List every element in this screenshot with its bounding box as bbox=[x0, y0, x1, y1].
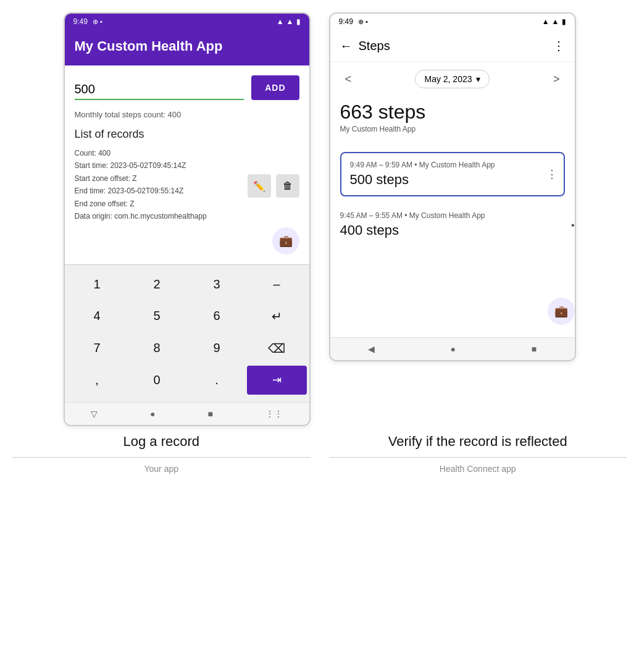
date-text: May 2, 2023 bbox=[424, 74, 472, 84]
hc-record-2[interactable]: 9:45 AM – 9:55 AM • My Custom Health App… bbox=[340, 204, 565, 246]
phone1-statusbar: 9:49 ⊕ • ▲ ▲ ▮ bbox=[65, 14, 309, 30]
step-input[interactable] bbox=[75, 82, 244, 100]
label-col-right: Verify if the record is reflected Health… bbox=[329, 434, 627, 474]
phone1-app-header: My Custom Health App bbox=[65, 30, 309, 65]
phone2-time: 9:49 bbox=[339, 17, 353, 26]
keyboard-row-4: , 0 . ⇥ bbox=[67, 366, 307, 395]
key-4[interactable]: 4 bbox=[67, 301, 127, 331]
label-right-divider bbox=[329, 457, 627, 458]
phone2-header: ← Steps ⋮ bbox=[330, 30, 575, 62]
key-7[interactable]: 7 bbox=[67, 334, 127, 363]
record-count: Count: 400 bbox=[75, 147, 207, 159]
phone1-input-row: ADD bbox=[75, 75, 299, 100]
wifi-icon: ▲ bbox=[277, 17, 284, 26]
key-dot[interactable]: . bbox=[187, 366, 247, 395]
record-end-zone: End zone offset: Z bbox=[75, 198, 207, 210]
key-enter[interactable]: ↵ bbox=[247, 301, 307, 331]
phone2-nav-back-icon[interactable]: ◀ bbox=[368, 344, 375, 354]
hc-title: Steps bbox=[359, 39, 553, 53]
phone1-navbar: ▽ ● ■ ⋮⋮ bbox=[65, 402, 309, 425]
nav-home-icon[interactable]: ● bbox=[150, 409, 155, 419]
add-button[interactable]: ADD bbox=[251, 75, 299, 100]
hc-record2-more[interactable]: • bbox=[571, 220, 575, 231]
nav-keyboard-icon[interactable]: ⋮⋮ bbox=[265, 409, 283, 419]
label-left-main: Log a record bbox=[123, 434, 199, 450]
key-0[interactable]: 0 bbox=[127, 366, 187, 395]
label-right-sub: Health Connect app bbox=[440, 464, 516, 474]
phone1-frame: 9:49 ⊕ • ▲ ▲ ▮ My Custom Health App ADD … bbox=[64, 12, 311, 426]
key-next[interactable]: ⇥ bbox=[247, 366, 307, 395]
record-start-time: Start time: 2023-05-02T09:45:14Z bbox=[75, 159, 207, 172]
phone2-signal: ▲ ▲ ▮ bbox=[542, 17, 566, 26]
record-row: Count: 400 Start time: 2023-05-02T09:45:… bbox=[75, 147, 299, 222]
phone2-navbar: ◀ ● ■ bbox=[330, 337, 575, 360]
phone2-signal-icon: ▲ bbox=[552, 17, 559, 26]
hc-body: 9:49 AM – 9:59 AM • My Custom Health App… bbox=[330, 152, 575, 337]
key-minus[interactable]: – bbox=[247, 270, 307, 299]
record-actions: ✏️ 🗑 bbox=[248, 174, 299, 198]
key-8[interactable]: 8 bbox=[127, 334, 187, 363]
date-picker[interactable]: May 2, 2023 ▾ bbox=[415, 70, 489, 88]
phone1-keyboard: 1 2 3 – 4 5 6 ↵ 7 8 9 ⌫ , 0 . ⇥ bbox=[65, 264, 309, 402]
phone2-statusbar: 9:49 ⊕ • ▲ ▲ ▮ bbox=[330, 14, 575, 30]
record-data-origin: Data origin: com.hc.mycustomhealthapp bbox=[75, 210, 207, 222]
phone1-floating-button[interactable]: 💼 bbox=[272, 227, 299, 254]
phone1-status-icons: ⊕ • bbox=[93, 18, 102, 26]
keyboard-row-1: 1 2 3 – bbox=[67, 270, 307, 299]
hc-record1-more[interactable]: ⋮ bbox=[546, 167, 558, 181]
record-start-zone: Start zone offset: Z bbox=[75, 172, 207, 185]
key-2[interactable]: 2 bbox=[127, 270, 187, 299]
more-button[interactable]: ⋮ bbox=[553, 38, 565, 53]
phone1-time: 9:49 bbox=[73, 17, 88, 26]
monthly-text: Monthly total steps count: 400 bbox=[75, 110, 299, 119]
back-button[interactable]: ← bbox=[340, 39, 353, 53]
edit-button[interactable]: ✏️ bbox=[248, 174, 271, 198]
label-left-sub: Your app bbox=[144, 464, 178, 474]
hc-record2-steps: 400 steps bbox=[340, 222, 565, 238]
hc-record-1[interactable]: 9:49 AM – 9:59 AM • My Custom Health App… bbox=[340, 152, 565, 196]
phone2-nav-recent-icon[interactable]: ■ bbox=[532, 344, 537, 354]
next-date-button[interactable]: > bbox=[548, 70, 565, 88]
key-comma[interactable]: , bbox=[67, 366, 127, 395]
phone2-floating-button[interactable]: 💼 bbox=[548, 298, 575, 325]
phone2-frame: 9:49 ⊕ • ▲ ▲ ▮ ← Steps ⋮ < May 2, 2023 ▾… bbox=[329, 12, 576, 361]
keyboard-row-3: 7 8 9 ⌫ bbox=[67, 334, 307, 363]
keyboard-row-2: 4 5 6 ↵ bbox=[67, 301, 307, 331]
hc-record1-steps: 500 steps bbox=[350, 172, 555, 188]
hc-record2-time: 9:45 AM – 9:55 AM • My Custom Health App bbox=[340, 211, 565, 220]
label-right-main: Verify if the record is reflected bbox=[388, 434, 567, 450]
phone2-status-icons: ⊕ • bbox=[358, 18, 368, 26]
record-end-time: End time: 2023-05-02T09:55:14Z bbox=[75, 185, 207, 197]
battery-icon: ▮ bbox=[296, 17, 301, 26]
phone2-wifi-icon: ▲ bbox=[542, 17, 549, 26]
nav-recent-icon[interactable]: ■ bbox=[208, 409, 213, 419]
phone1-signal: ▲ ▲ ▮ bbox=[277, 17, 301, 26]
key-backspace[interactable]: ⌫ bbox=[247, 334, 307, 363]
nav-back-icon[interactable]: ▽ bbox=[91, 409, 98, 419]
key-6[interactable]: 6 bbox=[187, 301, 247, 331]
dropdown-icon: ▾ bbox=[476, 74, 480, 84]
prev-date-button[interactable]: < bbox=[340, 70, 357, 88]
date-picker-row: < May 2, 2023 ▾ > bbox=[330, 62, 575, 96]
step-input-wrapper bbox=[75, 82, 244, 100]
briefcase-icon: 💼 bbox=[279, 234, 293, 248]
records-title: List of records bbox=[75, 128, 299, 141]
key-9[interactable]: 9 bbox=[187, 334, 247, 363]
phone2-battery-icon: ▮ bbox=[562, 17, 566, 26]
phone2-nav-home-icon[interactable]: ● bbox=[451, 344, 456, 354]
record-info: Count: 400 Start time: 2023-05-02T09:45:… bbox=[75, 147, 207, 222]
delete-button[interactable]: 🗑 bbox=[276, 174, 299, 198]
hc-record1-time: 9:49 AM – 9:59 AM • My Custom Health App bbox=[350, 161, 555, 169]
key-1[interactable]: 1 bbox=[67, 270, 127, 299]
phone1-app-title: My Custom Health App bbox=[75, 38, 299, 54]
key-3[interactable]: 3 bbox=[187, 270, 247, 299]
phone1-app-body: ADD Monthly total steps count: 400 List … bbox=[65, 65, 309, 264]
signal-icon: ▲ bbox=[286, 17, 294, 26]
steps-source: My Custom Health App bbox=[340, 125, 565, 133]
labels-row: Log a record Your app Verify if the reco… bbox=[12, 434, 627, 474]
total-steps: 663 steps bbox=[340, 101, 565, 124]
steps-section: 663 steps My Custom Health App bbox=[330, 96, 575, 152]
key-5[interactable]: 5 bbox=[127, 301, 187, 331]
phone2-briefcase-icon: 💼 bbox=[554, 304, 568, 318]
label-left-divider bbox=[12, 457, 311, 458]
